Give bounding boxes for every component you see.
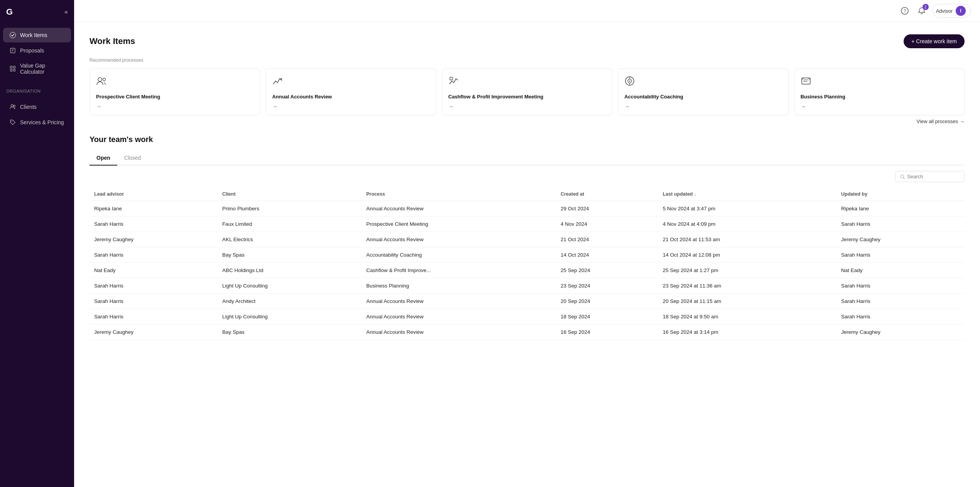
svg-point-8 xyxy=(11,105,14,107)
col-updated-by: Updated by xyxy=(836,188,965,201)
clients-icon xyxy=(9,103,16,110)
work-items-table: Lead advisor Client Process Created at L… xyxy=(90,188,965,340)
table-row[interactable]: Sarah HarrisBay SpasAccountability Coach… xyxy=(90,247,965,263)
table-row[interactable]: Jeremy CaugheyBay SpasAnnual Accounts Re… xyxy=(90,325,965,340)
process-card-title: Prospective Client Meeting xyxy=(96,93,253,100)
sidebar-item-value-gap[interactable]: Value Gap Calculator xyxy=(3,59,71,79)
col-created-at: Created at xyxy=(556,188,658,201)
sort-icon: ↓ xyxy=(694,192,696,196)
process-card-business-planning[interactable]: Business Planning → xyxy=(794,68,965,115)
svg-rect-6 xyxy=(10,69,12,71)
process-cards: Prospective Client Meeting → Annual Acco… xyxy=(90,68,965,115)
svg-rect-15 xyxy=(450,77,453,80)
tag-icon xyxy=(9,119,16,126)
sidebar-collapse-button[interactable]: « xyxy=(64,8,68,15)
check-icon xyxy=(9,32,16,39)
sidebar-item-work-items[interactable]: Work Items xyxy=(3,28,71,42)
process-card-accountability[interactable]: Accountability Coaching → xyxy=(618,68,788,115)
sidebar-item-services[interactable]: Services & Pricing xyxy=(3,115,71,130)
process-card-arrow: → xyxy=(448,103,606,110)
col-process: Process xyxy=(362,188,556,201)
avatar: I xyxy=(956,6,966,16)
sidebar-item-clients[interactable]: Clients xyxy=(3,100,71,114)
svg-point-26 xyxy=(901,175,904,178)
sidebar-nav: Work Items Proposals Value Gap Calculato… xyxy=(0,24,74,83)
table-row[interactable]: Jeremy CaugheyAKL ElectricsAnnual Accoun… xyxy=(90,232,965,247)
svg-rect-5 xyxy=(14,66,15,68)
notification-wrapper: 2 xyxy=(916,5,928,17)
svg-rect-7 xyxy=(14,69,15,71)
svg-point-10 xyxy=(12,121,12,122)
tab-closed[interactable]: Closed xyxy=(117,151,148,166)
process-card-title: Business Planning xyxy=(801,93,958,100)
user-name-label: Advisor xyxy=(936,8,953,14)
annual-accounts-icon xyxy=(272,76,429,89)
cashflow-icon xyxy=(448,76,606,89)
table-row[interactable]: Nat EadyABC Holdings LtdCashflow & Profi… xyxy=(90,263,965,278)
process-card-arrow: → xyxy=(624,103,782,110)
col-last-updated[interactable]: Last updated ↓ xyxy=(658,188,836,201)
process-card-cashflow[interactable]: Cashflow & Profit Improvement Meeting → xyxy=(442,68,612,115)
svg-rect-4 xyxy=(10,66,12,68)
view-all-processes-link[interactable]: View all processes → xyxy=(917,118,965,124)
sidebar-item-label: Services & Pricing xyxy=(20,119,64,125)
table-row[interactable]: Sarah HarrisLight Up ConsultingBusiness … xyxy=(90,278,965,294)
table-header: Lead advisor Client Process Created at L… xyxy=(90,188,965,201)
organisation-section-label: Organisation xyxy=(0,83,74,96)
process-card-title: Annual Accounts Review xyxy=(272,93,429,100)
process-card-arrow: → xyxy=(96,103,253,110)
page-title: Work Items xyxy=(90,36,135,46)
sidebar-item-label: Clients xyxy=(20,104,37,110)
col-client: Client xyxy=(218,188,362,201)
topbar: ? 2 Advisor I xyxy=(74,0,980,22)
svg-rect-1 xyxy=(10,48,15,53)
col-lead-advisor: Lead advisor xyxy=(90,188,218,201)
table-row[interactable]: Sarah HarrisAndy ArchitectAnnual Account… xyxy=(90,294,965,309)
table-row[interactable]: Ripeka IanePrimo PlumbersAnnual Accounts… xyxy=(90,201,965,216)
svg-rect-21 xyxy=(802,78,810,84)
search-box xyxy=(895,171,965,182)
create-work-item-button[interactable]: + Create work item xyxy=(904,34,965,48)
help-button[interactable]: ? xyxy=(899,5,911,17)
table-body: Ripeka IanePrimo PlumbersAnnual Accounts… xyxy=(90,201,965,340)
page-content: Work Items + Create work item Recommende… xyxy=(74,22,980,352)
work-tabs: Open Closed xyxy=(90,151,965,166)
page-header: Work Items + Create work item xyxy=(90,34,965,48)
process-card-arrow: → xyxy=(272,103,429,110)
sidebar-item-label: Proposals xyxy=(20,47,44,54)
business-planning-icon xyxy=(801,76,958,89)
process-card-arrow: → xyxy=(801,103,958,110)
table-row[interactable]: Sarah HarrisLight Up ConsultingAnnual Ac… xyxy=(90,309,965,325)
svg-line-27 xyxy=(903,178,904,179)
team-work-title: Your team's work xyxy=(90,135,965,144)
notification-badge: 2 xyxy=(923,4,929,10)
sidebar-item-proposals[interactable]: Proposals xyxy=(3,43,71,58)
proposals-icon xyxy=(9,47,16,54)
svg-point-18 xyxy=(629,81,630,82)
grid-icon xyxy=(9,65,16,72)
app-logo: G xyxy=(6,7,13,17)
svg-point-14 xyxy=(103,78,106,81)
sidebar: G « Work Items Proposals Value Gap Calcu… xyxy=(0,0,74,487)
recommended-label: Recommended processes xyxy=(90,57,965,63)
svg-text:?: ? xyxy=(903,8,906,14)
sidebar-item-label: Value Gap Calculator xyxy=(20,63,65,75)
process-card-title: Cashflow & Profit Improvement Meeting xyxy=(448,93,606,100)
table-controls xyxy=(90,166,965,188)
table-row[interactable]: Sarah HarrisFaux LimitedProspective Clie… xyxy=(90,216,965,232)
user-menu-button[interactable]: Advisor I xyxy=(933,4,971,18)
main-content: ? 2 Advisor I Work Items + Create work i… xyxy=(74,0,980,487)
tab-open[interactable]: Open xyxy=(90,151,117,166)
process-card-prospective-client[interactable]: Prospective Client Meeting → xyxy=(90,68,260,115)
svg-point-9 xyxy=(14,105,15,107)
search-input[interactable] xyxy=(907,174,960,179)
svg-point-0 xyxy=(10,32,16,38)
process-card-title: Accountability Coaching xyxy=(624,93,782,100)
accountability-icon xyxy=(624,76,782,89)
sidebar-item-label: Work Items xyxy=(20,32,47,38)
search-icon xyxy=(900,174,905,179)
prospective-client-icon xyxy=(96,76,253,89)
process-card-annual-accounts[interactable]: Annual Accounts Review → xyxy=(265,68,436,115)
sidebar-header: G « xyxy=(0,0,74,24)
svg-point-13 xyxy=(98,78,102,81)
